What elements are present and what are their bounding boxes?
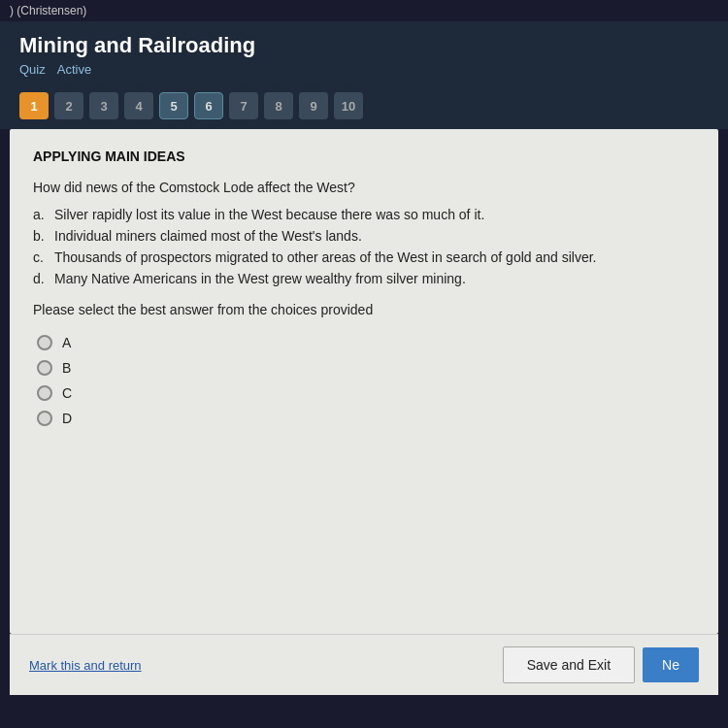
header-meta: Quiz Active: [19, 62, 709, 77]
radio-circle-c: [37, 385, 52, 401]
radio-option-c[interactable]: C: [37, 385, 695, 401]
footer-buttons: Save and Exit Ne: [503, 646, 699, 683]
radio-option-b[interactable]: B: [37, 360, 695, 376]
question-text: How did news of the Comstock Lode affect…: [33, 180, 695, 195]
nav-btn-9[interactable]: 9: [299, 92, 328, 119]
nav-btn-2[interactable]: 2: [54, 92, 83, 119]
nav-btn-1[interactable]: 1: [19, 92, 49, 119]
option-text-b: Individual miners claimed most of the We…: [54, 228, 362, 244]
save-exit-button[interactable]: Save and Exit: [503, 646, 635, 683]
instruction-text: Please select the best answer from the c…: [33, 302, 695, 317]
radio-label-b: B: [62, 360, 71, 376]
header: Mining and Railroading Quiz Active: [0, 21, 728, 84]
radio-option-d[interactable]: D: [37, 411, 695, 426]
radio-options: A B C D: [37, 335, 695, 426]
footer-bar: Mark this and return Save and Exit Ne: [10, 634, 718, 695]
nav-btn-8[interactable]: 8: [264, 92, 293, 119]
radio-label-d: D: [62, 411, 72, 426]
nav-btn-7[interactable]: 7: [229, 92, 258, 119]
radio-circle-d: [37, 411, 52, 426]
next-button[interactable]: Ne: [643, 647, 699, 682]
option-letter-a: a.: [33, 207, 54, 222]
nav-btn-5[interactable]: 5: [159, 92, 188, 119]
nav-btn-3[interactable]: 3: [89, 92, 118, 119]
radio-label-c: C: [62, 385, 72, 401]
answer-option-b: b. Individual miners claimed most of the…: [33, 228, 695, 244]
question-nav: 1 2 3 4 5 6 7 8 9 10: [0, 84, 728, 129]
option-letter-c: c.: [33, 249, 54, 265]
active-label: Active: [57, 62, 91, 77]
main-content: APPLYING MAIN IDEAS How did news of the …: [10, 129, 718, 634]
top-bar: ) (Christensen): [0, 0, 728, 21]
radio-circle-b: [37, 360, 52, 376]
nav-btn-4[interactable]: 4: [124, 92, 153, 119]
option-letter-d: d.: [33, 271, 54, 286]
option-letter-b: b.: [33, 228, 54, 244]
option-text-c: Thousands of prospectors migrated to oth…: [54, 249, 597, 265]
radio-circle-a: [37, 335, 52, 350]
answer-option-d: d. Many Native Americans in the West gre…: [33, 271, 695, 286]
answer-option-a: a. Silver rapidly lost its value in the …: [33, 207, 695, 222]
radio-label-a: A: [62, 335, 71, 350]
mark-return-link[interactable]: Mark this and return: [29, 658, 142, 673]
option-text-d: Many Native Americans in the West grew w…: [54, 271, 466, 286]
answer-options: a. Silver rapidly lost its value in the …: [33, 207, 695, 286]
nav-btn-6[interactable]: 6: [194, 92, 223, 119]
radio-option-a[interactable]: A: [37, 335, 695, 350]
option-text-a: Silver rapidly lost its value in the Wes…: [54, 207, 484, 222]
page-title: Mining and Railroading: [19, 33, 709, 58]
quiz-label: Quiz: [19, 62, 46, 77]
section-title: APPLYING MAIN IDEAS: [33, 149, 695, 164]
top-bar-label: ) (Christensen): [10, 4, 86, 17]
answer-option-c: c. Thousands of prospectors migrated to …: [33, 249, 695, 265]
nav-btn-10[interactable]: 10: [334, 92, 363, 119]
